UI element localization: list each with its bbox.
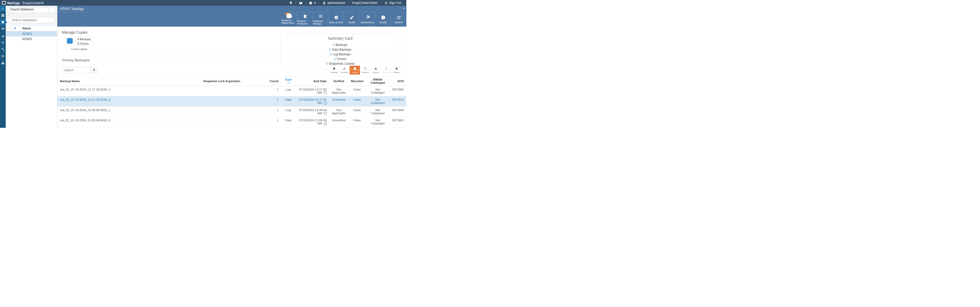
svg-rect-3 [383, 16, 383, 17]
backup-action-label: Restore [361, 71, 369, 74]
tree-icon [1, 41, 5, 44]
col-name-header[interactable]: Name [20, 27, 31, 30]
summary-number: 0 [334, 57, 336, 61]
rail-resources[interactable] [0, 19, 6, 26]
action-details[interactable]: Details [375, 12, 391, 27]
backup-row[interactable]: ora_01_07-18-2024_11.17.20.8165_11Log07/… [57, 86, 406, 96]
col-backup-name[interactable]: Backup Name [57, 77, 200, 86]
sign-out-button[interactable]: Sign Out [380, 0, 404, 6]
brand-company: NetApp [7, 1, 20, 5]
user-menu[interactable]: administrator [319, 0, 348, 6]
rail-hosts[interactable] [0, 39, 6, 46]
rail-monitor[interactable] [0, 26, 6, 32]
backup-action-label: Delete [393, 71, 399, 74]
action-db_settings[interactable]: Database Settings [313, 12, 328, 27]
col-verified[interactable]: Verified [329, 77, 348, 86]
refresh-icon [396, 15, 401, 20]
cell-verified: Unverified [329, 117, 348, 127]
help-icon [309, 1, 312, 5]
close-icon[interactable]: × [402, 6, 405, 11]
notifications-button[interactable] [286, 0, 296, 6]
col-scn[interactable]: SCN [390, 77, 406, 86]
backup-row[interactable]: ora_01_07-18-2024_11.09.08.6002_01Data07… [57, 117, 406, 127]
resource-item[interactable]: NTAP1 [6, 31, 57, 37]
local-copies-card[interactable]: 4 Backups 0 Clones Local copies [65, 37, 94, 51]
action-maintenance[interactable]: Maintenance [360, 12, 375, 27]
rail-settings[interactable] [0, 53, 6, 59]
rail-reports[interactable] [0, 32, 6, 39]
signout-label: Sign Out [389, 1, 401, 5]
cell-scn: 2874360 [390, 86, 406, 96]
col-end-date[interactable]: End Date [295, 77, 329, 86]
col-count[interactable]: Count [267, 77, 281, 86]
action-remove_protection[interactable]: Remove Protection [297, 12, 313, 27]
brand-product: SnapCenter® [22, 1, 44, 5]
signout-icon [384, 1, 387, 5]
flag-icon[interactable] [14, 27, 17, 30]
col-rman[interactable]: RMAN Cataloged [366, 77, 390, 86]
summary-text: Clones [337, 57, 347, 61]
calendar-icon [324, 91, 327, 94]
col-type[interactable]: Type ↓≡ [281, 77, 295, 86]
resource-item[interactable]: NTAP2 [6, 37, 57, 42]
summary-text: Log Backups [332, 53, 351, 56]
action-label: Backup to Object Store [282, 19, 297, 24]
cell-scn: 2873861 [390, 117, 406, 127]
rail-collapse-button[interactable] [0, 6, 6, 12]
calendar-icon [324, 112, 327, 115]
col-mounted[interactable]: Mounted [348, 77, 366, 86]
search-databases-input[interactable] [8, 17, 54, 23]
cell-verified: Not Applicable [329, 106, 348, 117]
link-icon [1, 48, 5, 51]
cell-name: ora_01_07-18-2024_11.17.20.8165_1 [57, 86, 200, 96]
resource-type-select[interactable]: Oracle Database [8, 7, 48, 13]
cell-name: ora_01_07-18-2024_11.17.20.8165_0 [57, 96, 200, 106]
resource-type-caret[interactable] [50, 7, 54, 13]
cell-count: 1 [267, 96, 281, 106]
bell-icon [289, 1, 293, 5]
col-snapshot-lock[interactable]: Snapshot Lock Expiration [200, 77, 267, 86]
backups-table: Backup Name Snapshot Lock Expiration Cou… [57, 77, 406, 127]
sort-indicator-icon: ↓≡ [286, 81, 290, 84]
warning-icon [1, 61, 5, 65]
content-area: NTAP1 Topology × NewBackup to Object Sto… [57, 6, 406, 128]
action-refresh[interactable]: Refresh [391, 12, 406, 27]
summary-text: Snapshots Locked [329, 62, 355, 66]
sort-icon[interactable] [9, 27, 12, 30]
disk-stack-icon [65, 37, 75, 46]
cell-end-date: 07/18/2024 11:09:30 AM [295, 117, 329, 127]
action-backup_now[interactable]: Back up Now [328, 12, 344, 27]
rail-dashboard[interactable] [0, 12, 6, 19]
action-backup_obj[interactable]: NewBackup to Object Store [282, 12, 297, 27]
summary-number: 0 [326, 62, 328, 66]
mail-icon [299, 1, 302, 5]
caret-down-icon [51, 10, 53, 11]
role-label-container[interactable]: SnapCenterAdmin [348, 0, 380, 6]
action-label: Maintenance [361, 21, 374, 24]
resource-sidebar: Oracle Database Name NTAP1NTAP2 [6, 6, 57, 128]
backup-action-label: Mount [373, 71, 379, 74]
summary-line: 2Log Backups [285, 52, 396, 57]
primary-filter-button[interactable] [91, 67, 97, 73]
action-label: Details [380, 21, 387, 24]
cell-end-date: 07/18/2024 11:17:55 AM [295, 86, 329, 96]
backup-row[interactable]: ora_01_07-18-2024_11.09.08.6002_11Log07/… [57, 106, 406, 117]
funnel-icon [92, 69, 95, 72]
action-modify[interactable]: Modify [344, 12, 360, 27]
cell-snaplock [200, 117, 267, 127]
messages-button[interactable] [296, 0, 305, 6]
backup-row[interactable]: ora_01_07-18-2024_11.17.20.8165_01Data07… [57, 96, 406, 106]
rail-storage[interactable] [0, 46, 6, 53]
resource-col-header: Name [6, 26, 57, 31]
summary-number: 2 [329, 48, 331, 51]
rail-alerts[interactable] [0, 59, 6, 66]
chevron-right-icon [1, 7, 5, 11]
help-button[interactable] [305, 0, 319, 6]
db_settings-icon [318, 14, 323, 19]
cell-name: ora_01_07-18-2024_11.09.08.6002_1 [57, 106, 200, 117]
cell-mounted: False [348, 106, 366, 117]
cell-end-date: 07/18/2024 11:17:41 AM [295, 96, 329, 106]
cell-mounted: False [348, 86, 366, 96]
local-clones-count: 0 Clones [75, 42, 93, 46]
primary-search-input[interactable] [62, 67, 91, 73]
